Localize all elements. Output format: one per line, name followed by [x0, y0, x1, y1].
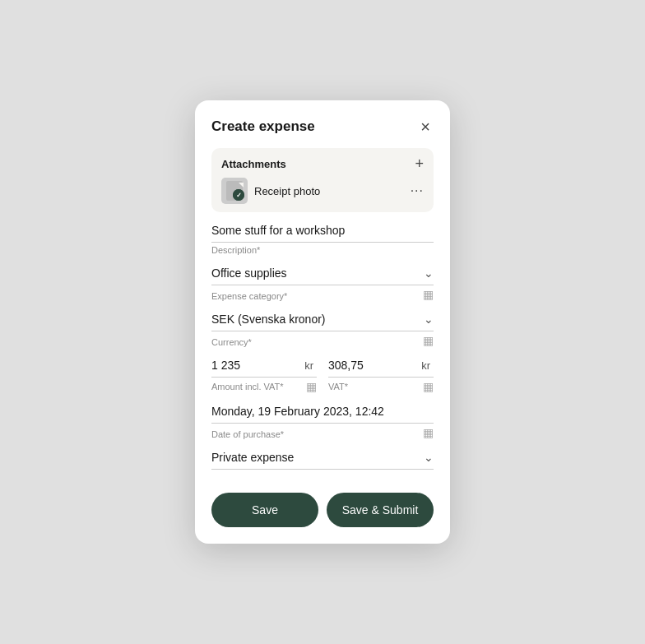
camera-icon-date: ▦ — [423, 426, 434, 439]
description-field-group: Some stuff for a workshop Description* — [211, 224, 434, 255]
amount-incl-vat-suffix: kr — [304, 359, 313, 372]
date-value: Monday, 19 February 2023, 12:42 — [211, 405, 434, 418]
attachments-label: Attachments — [221, 158, 286, 170]
more-options-button[interactable]: ··· — [411, 183, 424, 198]
date-field-group: Monday, 19 February 2023, 12:42 Date of … — [211, 405, 434, 439]
chevron-down-icon-currency: ⌄ — [424, 313, 434, 326]
amount-incl-vat-value: 1 235 — [211, 359, 301, 372]
expense-type-value: Private expense — [211, 451, 424, 464]
expense-category-input-row[interactable]: Office supplies ⌄ — [211, 266, 434, 285]
button-row: Save Save & Submit — [211, 493, 434, 527]
date-label: Date of purchase* — [211, 429, 284, 439]
description-label: Description* — [211, 245, 434, 255]
save-button[interactable]: Save — [211, 493, 318, 527]
receipt-icon-label: Receipt photo — [221, 178, 320, 204]
camera-icon-amount: ▦ — [306, 380, 317, 393]
attachments-header: Attachments + — [221, 156, 424, 171]
date-input-row[interactable]: Monday, 19 February 2023, 12:42 — [211, 405, 434, 424]
vat-label: VAT* — [328, 382, 348, 391]
expense-type-field-group: Private expense ⌄ — [211, 451, 434, 470]
camera-icon-currency: ▦ — [423, 334, 434, 347]
vat-value: 308,75 — [328, 359, 418, 372]
currency-field-group: SEK (Svenska kronor) ⌄ Currency* ▦ — [211, 313, 434, 347]
currency-label: Currency* — [211, 337, 252, 347]
close-button[interactable]: × — [417, 117, 434, 137]
expense-type-input-row[interactable]: Private expense ⌄ — [211, 451, 434, 470]
modal-body: Attachments + Receipt photo ··· — [195, 148, 450, 544]
currency-input-row[interactable]: SEK (Svenska kronor) ⌄ — [211, 313, 434, 331]
amount-row: 1 235 kr Amount incl. VAT* ▦ 308,75 kr V… — [211, 359, 434, 393]
attachments-section: Attachments + Receipt photo ··· — [211, 148, 434, 212]
receipt-row: Receipt photo ··· — [221, 178, 424, 204]
receipt-name: Receipt photo — [254, 185, 320, 197]
amount-incl-vat-field: 1 235 kr Amount incl. VAT* ▦ — [211, 359, 317, 393]
expense-category-label: Expense category* — [211, 291, 287, 301]
camera-icon-vat: ▦ — [423, 380, 434, 393]
currency-value: SEK (Svenska kronor) — [211, 313, 424, 326]
vat-suffix: kr — [421, 359, 430, 372]
vat-input-row[interactable]: 308,75 kr — [328, 359, 434, 378]
create-expense-modal: Create expense × Attachments + Receipt p… — [195, 100, 450, 544]
chevron-down-icon-expense-type: ⌄ — [424, 451, 434, 464]
amount-incl-vat-label-row: Amount incl. VAT* ▦ — [211, 380, 317, 393]
add-attachment-button[interactable]: + — [415, 156, 424, 171]
description-input-row[interactable]: Some stuff for a workshop — [211, 224, 434, 243]
checkmark-icon — [233, 189, 244, 201]
vat-label-row: VAT* ▦ — [328, 380, 434, 393]
expense-category-value: Office supplies — [211, 266, 424, 280]
modal-header: Create expense × — [195, 100, 450, 148]
camera-icon: ▦ — [423, 288, 434, 301]
chevron-down-icon: ⌄ — [424, 266, 434, 280]
modal-overlay: Create expense × Attachments + Receipt p… — [0, 0, 645, 644]
expense-category-field-group: Office supplies ⌄ Expense category* ▦ — [211, 266, 434, 301]
amount-incl-vat-label: Amount incl. VAT* — [211, 382, 284, 391]
description-value: Some stuff for a workshop — [211, 224, 434, 237]
save-submit-button[interactable]: Save & Submit — [327, 493, 434, 527]
modal-title: Create expense — [211, 118, 315, 135]
receipt-thumbnail — [221, 178, 248, 204]
vat-field: 308,75 kr VAT* ▦ — [328, 359, 434, 393]
amount-incl-vat-input-row[interactable]: 1 235 kr — [211, 359, 317, 378]
